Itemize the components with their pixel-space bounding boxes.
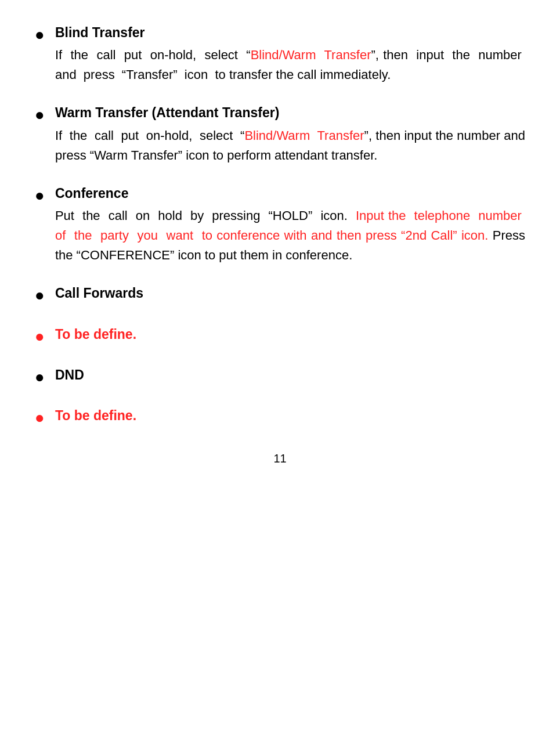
blind-warm-link-1: Blind/Warm Transfer xyxy=(251,48,371,62)
bullet-dot: ● xyxy=(35,326,45,347)
blind-transfer-section: ● Blind Transfer If the call put on-hold… xyxy=(35,23,525,85)
bullet-dot: ● xyxy=(35,367,45,388)
call-forwards-section: ● Call Forwards xyxy=(35,284,525,306)
blind-transfer-body: If the call put on-hold, select “Blind/W… xyxy=(55,45,525,85)
to-be-define-2-title: To be define. xyxy=(55,406,525,425)
page-footer: 11 xyxy=(35,452,525,465)
warm-transfer-title: Warm Transfer (Attendant Transfer) xyxy=(55,103,525,122)
to-be-define-2-content: To be define. xyxy=(55,406,525,428)
bullet-dot: ● xyxy=(35,24,45,45)
page-number: 11 xyxy=(273,452,286,465)
blind-warm-link-2: Blind/Warm Transfer xyxy=(244,128,364,143)
call-forwards-content: Call Forwards xyxy=(55,284,525,306)
call-forwards-title: Call Forwards xyxy=(55,284,525,302)
conference-body: Put the call on hold by pressing “HOLD” … xyxy=(55,206,525,265)
bullet-dot: ● xyxy=(35,185,45,206)
to-be-define-1-section: ● To be define. xyxy=(35,325,525,347)
dnd-title: DND xyxy=(55,366,525,384)
to-be-define-1-title: To be define. xyxy=(55,325,525,344)
conference-section: ● Conference Put the call on hold by pre… xyxy=(35,184,525,265)
conference-content: Conference Put the call on hold by press… xyxy=(55,184,525,265)
blind-transfer-content: Blind Transfer If the call put on-hold, … xyxy=(55,23,525,85)
to-be-define-1-content: To be define. xyxy=(55,325,525,347)
dnd-content: DND xyxy=(55,366,525,388)
conference-red-text: Input the telephone number of the party … xyxy=(55,208,525,243)
conference-title: Conference xyxy=(55,184,525,203)
warm-transfer-section: ● Warm Transfer (Attendant Transfer) If … xyxy=(35,103,525,165)
to-be-define-2-section: ● To be define. xyxy=(35,406,525,428)
bullet-dot: ● xyxy=(35,104,45,125)
page-content: ● Blind Transfer If the call put on-hold… xyxy=(35,23,525,465)
dnd-section: ● DND xyxy=(35,366,525,388)
warm-transfer-content: Warm Transfer (Attendant Transfer) If th… xyxy=(55,103,525,165)
bullet-dot: ● xyxy=(35,407,45,428)
bullet-dot: ● xyxy=(35,285,45,306)
warm-transfer-body: If the call put on-hold, select “Blind/W… xyxy=(55,126,525,165)
blind-transfer-title: Blind Transfer xyxy=(55,23,525,42)
